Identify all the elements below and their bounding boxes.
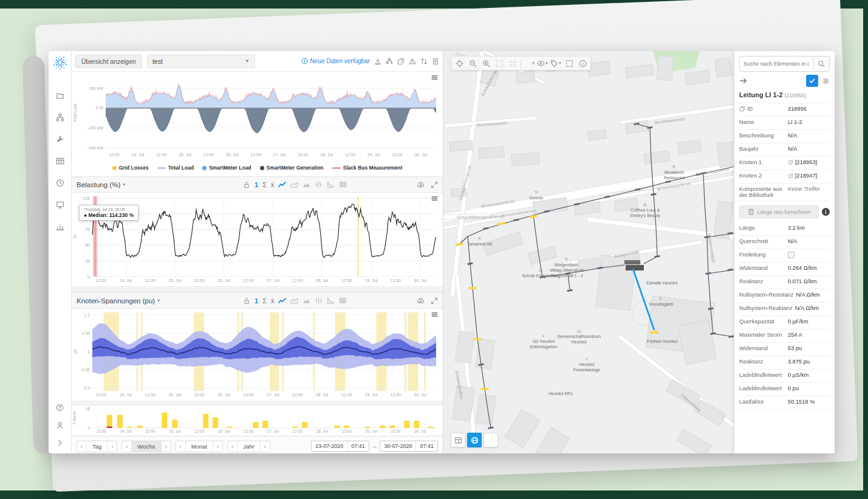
expand-chart-icon[interactable] <box>431 297 438 305</box>
grid-node[interactable] <box>727 232 733 235</box>
histogram-icon[interactable] <box>302 181 310 188</box>
map-tag-icon[interactable]: ▾ <box>549 57 562 69</box>
spannungen-chart[interactable] <box>72 309 441 401</box>
date-from-input[interactable]: 23-07-202007:41 <box>311 441 369 452</box>
duration-curve-icon[interactable] <box>327 181 335 188</box>
area-chart-icon[interactable] <box>290 181 298 188</box>
line-chart-icon[interactable] <box>278 181 286 188</box>
sum-icon[interactable]: Σ <box>262 181 267 188</box>
lock-icon[interactable] <box>243 181 250 188</box>
chart-menu-icon[interactable] <box>431 194 439 202</box>
histogram-icon[interactable] <box>302 297 310 305</box>
sidebar-collapse-icon[interactable] <box>55 438 64 447</box>
follow-arrow-icon[interactable] <box>739 77 748 85</box>
pager-next[interactable]: › <box>261 441 270 452</box>
grid-node[interactable] <box>513 219 519 221</box>
grid-node-warning[interactable] <box>469 287 477 289</box>
grid-line[interactable] <box>468 236 491 428</box>
sidebar-item-tools[interactable] <box>55 134 64 143</box>
sidebar-item-reports[interactable] <box>55 222 64 231</box>
pager-next[interactable]: › <box>108 441 117 452</box>
search-icon[interactable] <box>813 57 829 71</box>
total-load-chart[interactable] <box>72 72 441 160</box>
download-chart-icon[interactable] <box>417 181 425 188</box>
pager-label[interactable]: Monat <box>185 441 213 452</box>
area-chart-icon[interactable] <box>290 297 298 305</box>
gear-icon[interactable] <box>822 77 830 85</box>
alerts-chart[interactable] <box>72 405 441 436</box>
sidebar-help-icon[interactable] <box>55 403 64 412</box>
grid-node[interactable] <box>544 210 549 213</box>
checkbox[interactable] <box>788 252 795 258</box>
grid-node[interactable] <box>483 227 488 230</box>
map-view-globe-button[interactable] <box>467 433 482 447</box>
candlestick-icon[interactable] <box>315 297 323 305</box>
download-icon[interactable] <box>374 58 381 65</box>
grid-line[interactable] <box>644 128 657 264</box>
duration-curve-icon[interactable] <box>327 297 335 305</box>
legend-item[interactable]: SmartMeter Load <box>202 165 251 171</box>
grid-node[interactable] <box>597 267 603 269</box>
pager-prev[interactable]: ‹ <box>176 441 185 452</box>
expand-chart-icon[interactable] <box>431 181 438 188</box>
pager-prev[interactable]: ‹ <box>228 441 237 452</box>
map-move-icon[interactable] <box>453 57 466 69</box>
chart-menu-icon[interactable] <box>431 74 439 81</box>
recalc-length-button[interactable]: Länge neu berechnen <box>739 205 819 218</box>
candlestick-icon[interactable] <box>315 181 323 188</box>
sidebar-item-monitoring[interactable] <box>55 200 64 209</box>
sum-icon[interactable]: Σ <box>262 297 267 305</box>
grid-node-warning[interactable] <box>497 222 505 225</box>
search-input[interactable] <box>740 57 813 71</box>
panel-title[interactable]: Knoten-Spannungen (pu)▾ <box>77 297 160 305</box>
download-chart-icon[interactable] <box>417 297 425 305</box>
grid-node-warning[interactable] <box>481 388 489 390</box>
grid-node[interactable] <box>604 196 610 198</box>
pager-prev[interactable]: ‹ <box>77 441 86 452</box>
sidebar-item-projects[interactable] <box>55 91 64 100</box>
map-zoom-in-icon[interactable] <box>479 57 493 69</box>
chart-menu-icon[interactable] <box>431 311 439 318</box>
copy-icon[interactable] <box>397 58 405 65</box>
report-icon[interactable] <box>432 58 439 65</box>
grid-transformer[interactable] <box>624 260 644 270</box>
sidebar-item-tables[interactable] <box>55 156 64 165</box>
overview-button[interactable]: Übersicht anzeigen <box>75 55 142 68</box>
panel-title[interactable]: Belastung (%)▾ <box>77 181 125 188</box>
info-icon[interactable]: i <box>822 208 830 216</box>
legend-item[interactable]: Slack Bus Measurement <box>332 165 403 171</box>
app-logo-icon[interactable] <box>53 55 67 72</box>
map-zoom-out-icon[interactable] <box>466 57 479 69</box>
grid-node[interactable] <box>574 203 579 205</box>
sidebar-user-icon[interactable] <box>55 421 64 430</box>
map-info-icon[interactable] <box>576 57 589 69</box>
map-network-icon[interactable]: ▾ <box>522 57 536 69</box>
legend-item[interactable]: SmartMeter Generation <box>260 165 324 171</box>
new-data-notice[interactable]: Neue Daten verfügbar <box>301 58 370 64</box>
line-chart-icon[interactable] <box>278 297 286 305</box>
map-view-network-button[interactable] <box>484 433 498 447</box>
pager-label[interactable]: Jahr <box>237 441 260 452</box>
map-view-layout-button[interactable] <box>451 433 465 447</box>
compare-icon[interactable] <box>420 58 428 65</box>
sidebar-item-network[interactable] <box>55 112 64 122</box>
table-view-icon[interactable] <box>339 181 347 188</box>
pager-next[interactable]: › <box>213 441 222 452</box>
map-eye-icon[interactable]: ▾ <box>536 57 549 69</box>
dataset-select[interactable]: test ▼ <box>147 55 255 68</box>
lock-icon[interactable] <box>243 297 250 305</box>
belastung-chart[interactable] <box>72 193 441 286</box>
pager-label[interactable]: Tag <box>86 441 108 452</box>
pager-label[interactable]: Woche <box>131 441 161 452</box>
mean-icon[interactable]: x̄ <box>271 297 275 305</box>
sidebar-item-history[interactable] <box>55 178 64 187</box>
map-select-icon[interactable] <box>562 57 576 69</box>
grid-node-warning[interactable] <box>650 331 658 334</box>
alert-icon[interactable] <box>409 58 416 65</box>
grid-node[interactable] <box>567 289 572 292</box>
grid-node-warning[interactable] <box>474 338 482 340</box>
map-canvas[interactable]: ▾▾▾ Schaufelbergerstr.Schaufelbergerstr.… <box>443 51 734 453</box>
confirm-button[interactable] <box>806 75 818 87</box>
pager-next[interactable]: › <box>162 441 171 452</box>
pager-prev[interactable]: ‹ <box>122 441 131 452</box>
